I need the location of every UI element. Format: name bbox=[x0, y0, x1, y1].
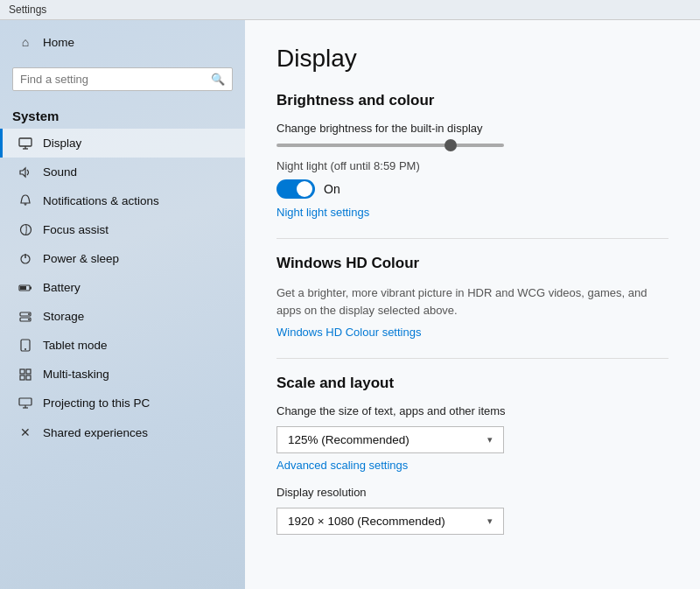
sidebar-item-home[interactable]: ⌂ Home bbox=[0, 27, 245, 57]
sidebar-item-notifications[interactable]: Notifications & actions bbox=[0, 186, 245, 215]
main-content: Display Brightness and colour Change bri… bbox=[245, 20, 700, 589]
svg-rect-19 bbox=[26, 369, 31, 374]
sidebar-storage-label: Storage bbox=[43, 310, 84, 323]
sidebar-projecting-label: Projecting to this PC bbox=[43, 396, 150, 410]
storage-icon bbox=[17, 311, 34, 323]
sidebar-item-tablet-mode[interactable]: Tablet mode bbox=[0, 331, 245, 360]
scale-dropdown-container: 125% (Recommended) ▾ bbox=[276, 426, 668, 453]
sidebar-sound-label: Sound bbox=[43, 165, 77, 179]
section-divider-2 bbox=[276, 358, 668, 359]
scale-dropdown-value: 125% (Recommended) bbox=[288, 433, 410, 446]
hd-colour-description: Get a brighter, more vibrant picture in … bbox=[276, 284, 668, 319]
resolution-dropdown-container: 1920 × 1080 (Recommended) ▾ bbox=[276, 508, 668, 535]
display-icon bbox=[17, 137, 34, 150]
sidebar-notifications-label: Notifications & actions bbox=[43, 194, 159, 207]
night-light-settings-link[interactable]: Night light settings bbox=[276, 206, 668, 219]
sidebar-item-shared-experiences[interactable]: ✕ Shared experiences bbox=[0, 417, 245, 447]
resolution-dropdown[interactable]: 1920 × 1080 (Recommended) ▾ bbox=[276, 508, 504, 535]
brightness-slider[interactable] bbox=[276, 144, 504, 147]
sidebar-item-sound[interactable]: Sound bbox=[0, 158, 245, 186]
svg-rect-10 bbox=[20, 286, 26, 290]
search-icon: 🔍 bbox=[211, 73, 225, 86]
sidebar-item-storage[interactable]: Storage bbox=[0, 302, 245, 331]
home-icon: ⌂ bbox=[17, 35, 34, 49]
night-light-toggle[interactable] bbox=[276, 179, 315, 199]
sidebar-item-power-sleep[interactable]: Power & sleep bbox=[0, 244, 245, 273]
toggle-knob bbox=[297, 181, 312, 197]
brightness-section-title: Brightness and colour bbox=[276, 92, 668, 109]
sidebar-power-label: Power & sleep bbox=[43, 252, 119, 265]
notifications-icon bbox=[17, 194, 34, 207]
night-light-toggle-row: On bbox=[276, 179, 668, 199]
svg-rect-11 bbox=[30, 286, 32, 289]
sidebar-item-projecting[interactable]: Projecting to this PC bbox=[0, 389, 245, 417]
svg-point-17 bbox=[24, 348, 26, 350]
night-light-label: Night light (off until 8:59 PM) bbox=[276, 159, 668, 172]
sidebar-item-battery[interactable]: Battery bbox=[0, 273, 245, 302]
svg-rect-22 bbox=[19, 398, 32, 405]
projecting-icon bbox=[17, 397, 34, 409]
sidebar-display-label: Display bbox=[43, 137, 81, 150]
scale-section-title: Scale and layout bbox=[276, 375, 668, 392]
svg-rect-0 bbox=[19, 138, 32, 146]
multitasking-icon bbox=[17, 368, 34, 381]
tablet-icon bbox=[17, 339, 34, 352]
scale-dropdown[interactable]: 125% (Recommended) ▾ bbox=[276, 426, 504, 453]
svg-rect-18 bbox=[20, 369, 24, 374]
hd-colour-section-title: Windows HD Colour bbox=[276, 255, 668, 272]
title-bar: Settings bbox=[0, 0, 700, 20]
shared-experiences-icon: ✕ bbox=[17, 425, 34, 439]
search-box[interactable]: 🔍 bbox=[12, 67, 233, 91]
system-section-label: System bbox=[0, 102, 245, 129]
section-divider-1 bbox=[276, 238, 668, 239]
title-bar-label: Settings bbox=[9, 4, 46, 16]
sidebar-focus-label: Focus assist bbox=[43, 223, 108, 236]
sidebar-item-focus-assist[interactable]: Focus assist bbox=[0, 215, 245, 244]
sidebar-multitasking-label: Multi-tasking bbox=[43, 368, 109, 381]
advanced-scaling-link[interactable]: Advanced scaling settings bbox=[276, 459, 668, 472]
svg-marker-3 bbox=[20, 168, 25, 177]
svg-rect-21 bbox=[26, 375, 31, 380]
toggle-on-label: On bbox=[324, 182, 340, 196]
page-title: Display bbox=[276, 45, 668, 73]
svg-rect-20 bbox=[20, 375, 24, 380]
search-input[interactable] bbox=[20, 73, 211, 86]
resolution-dropdown-chevron-icon: ▾ bbox=[487, 515, 493, 527]
sidebar-battery-label: Battery bbox=[43, 281, 80, 294]
sidebar-item-display[interactable]: Display bbox=[0, 129, 245, 158]
hd-colour-settings-link[interactable]: Windows HD Colour settings bbox=[276, 326, 668, 339]
scale-dropdown-chevron-icon: ▾ bbox=[487, 434, 493, 445]
brightness-slider-container: Change brightness for the built-in displ… bbox=[276, 122, 668, 147]
resolution-dropdown-value: 1920 × 1080 (Recommended) bbox=[288, 515, 445, 528]
main-container: ⌂ Home 🔍 System Display bbox=[0, 20, 700, 589]
sidebar-item-multitasking[interactable]: Multi-tasking bbox=[0, 360, 245, 389]
resolution-label: Display resolution bbox=[276, 486, 668, 499]
sidebar: ⌂ Home 🔍 System Display bbox=[0, 20, 245, 589]
svg-point-15 bbox=[28, 319, 30, 320]
battery-icon bbox=[17, 284, 34, 292]
power-icon bbox=[17, 252, 34, 265]
sidebar-home-label: Home bbox=[43, 36, 74, 49]
scale-label: Change the size of text, apps and other … bbox=[276, 404, 668, 417]
sidebar-tablet-label: Tablet mode bbox=[43, 339, 108, 352]
sound-icon bbox=[17, 166, 34, 179]
sidebar-shared-label: Shared experiences bbox=[43, 426, 148, 439]
focus-assist-icon bbox=[17, 223, 34, 236]
brightness-label: Change brightness for the built-in displ… bbox=[276, 122, 668, 135]
svg-point-14 bbox=[28, 313, 30, 315]
